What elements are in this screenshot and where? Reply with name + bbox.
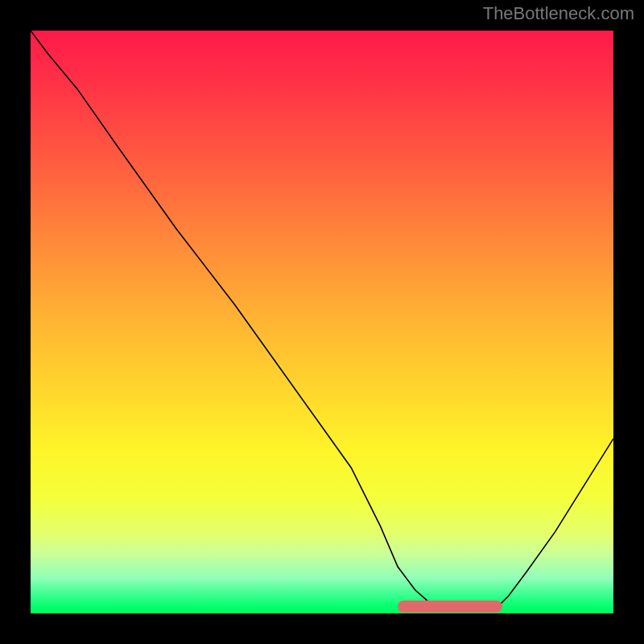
chart-plot-area (31, 31, 613, 613)
chart-curve-path (31, 31, 613, 610)
chart-curve-svg (31, 31, 613, 613)
highlight-band (398, 601, 502, 613)
watermark-text: TheBottleneck.com (483, 3, 634, 24)
